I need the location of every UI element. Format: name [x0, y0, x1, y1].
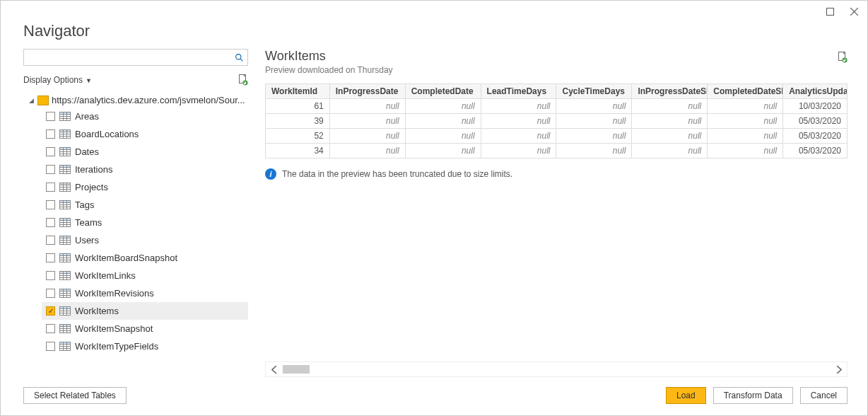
tree-item-label: WorkItems	[75, 306, 119, 316]
checkbox[interactable]	[46, 147, 55, 156]
right-pane: WorkItems Preview downloaded on Thursday…	[248, 49, 848, 377]
checkbox[interactable]	[46, 324, 55, 333]
table-row[interactable]: 39nullnullnullnullnullnull05/03/2020	[266, 114, 848, 129]
table-icon	[59, 129, 71, 139]
collapse-icon[interactable]: ◢	[28, 97, 35, 104]
display-options-link[interactable]: Display Options ▼	[23, 75, 92, 85]
checkbox[interactable]	[46, 129, 55, 139]
table-cell: null	[708, 144, 783, 158]
table-cell: 52	[266, 129, 330, 144]
cancel-button[interactable]: Cancel	[800, 387, 848, 404]
tree-item[interactable]: Dates	[42, 143, 248, 161]
truncated-text: The data in the preview has been truncat…	[282, 169, 512, 179]
table-icon	[59, 342, 71, 351]
checkbox[interactable]	[46, 342, 55, 351]
checkbox[interactable]	[46, 253, 55, 262]
footer: Select Related Tables Load Transform Dat…	[1, 377, 867, 415]
tree-item[interactable]: Projects	[42, 178, 248, 196]
checkbox[interactable]	[46, 236, 55, 245]
tree-item-label: Dates	[75, 146, 99, 157]
tree-item[interactable]: BoardLocations	[42, 125, 248, 143]
tree-root-node[interactable]: ◢ https://analytics.dev.azure.com/jsvmel…	[23, 93, 248, 108]
checkbox[interactable]	[46, 271, 55, 280]
column-header[interactable]: LeadTimeDays	[481, 84, 556, 99]
table-row[interactable]: 61nullnullnullnullnullnull10/03/2020	[266, 99, 848, 114]
scroll-right-icon[interactable]	[830, 366, 847, 374]
table-cell: null	[481, 144, 556, 158]
display-options-label: Display Options	[23, 75, 83, 85]
tree-item[interactable]: WorkItemRevisions	[42, 284, 248, 302]
svg-rect-56	[60, 254, 71, 256]
close-button[interactable]	[846, 4, 862, 19]
tree-item[interactable]: Areas	[42, 108, 248, 125]
table-cell: 10/03/2020	[783, 99, 848, 114]
left-pane: Display Options ▼ ◢ https://analytics.de…	[23, 49, 248, 377]
search-input[interactable]	[24, 52, 230, 62]
column-header[interactable]: InProgressDate	[329, 84, 405, 99]
preview-grid: WorkItemIdInProgressDateCompletedDateLea…	[265, 83, 848, 158]
tree-item[interactable]: Tags	[42, 196, 248, 214]
table-cell: null	[708, 99, 783, 114]
table-row[interactable]: 34nullnullnullnullnullnull05/03/2020	[266, 144, 848, 158]
table-icon	[59, 183, 71, 192]
preview-title: WorkItems	[265, 49, 393, 64]
checkbox[interactable]	[46, 200, 55, 209]
content-area: Display Options ▼ ◢ https://analytics.de…	[1, 49, 867, 377]
table-cell: null	[556, 144, 632, 158]
tree-item[interactable]: WorkItems	[42, 302, 248, 320]
transform-data-button[interactable]: Transform Data	[713, 387, 793, 404]
tree-item[interactable]: WorkItemLinks	[42, 267, 248, 284]
tree-item[interactable]: WorkItemBoardSnapshot	[42, 249, 248, 267]
tree-item-label: Tags	[75, 200, 94, 210]
column-header[interactable]: AnalyticsUpdate	[783, 84, 848, 99]
refresh-preview-icon[interactable]	[838, 52, 848, 63]
table-cell: null	[481, 99, 556, 114]
scroll-track[interactable]	[283, 365, 830, 374]
column-header[interactable]: CompletedDate	[405, 84, 481, 99]
table-cell: 61	[266, 99, 330, 114]
checkbox[interactable]	[46, 218, 55, 227]
table-cell: null	[405, 114, 481, 129]
table-icon	[59, 112, 71, 121]
scroll-thumb[interactable]	[283, 365, 310, 374]
tree-item[interactable]: Iterations	[42, 161, 248, 178]
refresh-tree-icon[interactable]	[238, 74, 248, 86]
table-cell: null	[632, 129, 708, 144]
column-header[interactable]: InProgressDateSK	[632, 84, 708, 99]
search-icon[interactable]	[230, 53, 247, 62]
tree-item-label: Users	[75, 235, 99, 245]
table-cell: 34	[266, 144, 330, 158]
checkbox[interactable]	[46, 183, 55, 192]
tree-item[interactable]: Teams	[42, 214, 248, 231]
table-row[interactable]: 52nullnullnullnullnullnull05/03/2020	[266, 129, 848, 144]
titlebar	[1, 1, 867, 19]
dialog-header: Navigator	[1, 19, 867, 49]
tree-item-label: WorkItemRevisions	[75, 288, 154, 299]
table-cell: null	[329, 99, 405, 114]
column-header[interactable]: CompletedDateSK	[708, 84, 783, 99]
column-header[interactable]: WorkItemId	[266, 84, 330, 99]
table-icon	[59, 306, 71, 316]
maximize-button[interactable]	[822, 4, 838, 19]
horizontal-scrollbar[interactable]	[265, 362, 848, 377]
scroll-left-icon[interactable]	[266, 366, 283, 374]
load-button[interactable]: Load	[666, 387, 706, 404]
tree-item[interactable]: Users	[42, 231, 248, 249]
tree-item[interactable]: WorkItemTypeFields	[42, 337, 248, 355]
svg-rect-74	[60, 307, 71, 309]
checkbox[interactable]	[46, 289, 55, 298]
table-cell: null	[405, 99, 481, 114]
tree-item-label: Projects	[75, 182, 108, 192]
svg-line-4	[240, 59, 242, 61]
checkbox[interactable]	[46, 112, 55, 121]
select-related-tables-button[interactable]: Select Related Tables	[23, 387, 127, 404]
search-box[interactable]	[23, 49, 248, 66]
table-cell: 05/03/2020	[783, 114, 848, 129]
tree-item-label: Iterations	[75, 164, 112, 175]
column-header[interactable]: CycleTimeDays	[556, 84, 632, 99]
checkbox[interactable]	[46, 306, 55, 316]
svg-rect-0	[826, 8, 833, 15]
checkbox[interactable]	[46, 165, 55, 174]
table-icon	[59, 253, 71, 262]
tree-item[interactable]: WorkItemSnapshot	[42, 320, 248, 337]
